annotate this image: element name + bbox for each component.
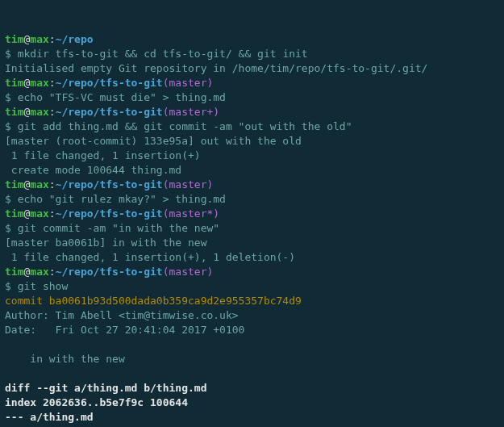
prompt-user: tim (5, 178, 23, 190)
prompt-path: ~/repo/tfs-to-git (56, 178, 163, 190)
diff-index: index 2062636..b5e7f9c 100644 (5, 396, 188, 408)
prompt-symbol: $ (5, 120, 18, 132)
prompt-user: tim (5, 106, 23, 118)
prompt-host: max (30, 266, 48, 278)
diff-header: diff --git a/thing.md b/thing.md (5, 382, 206, 394)
prompt-colon: : (49, 266, 56, 278)
output-text: 1 file changed, 1 insertion(+), 1 deleti… (5, 251, 295, 263)
prompt-path: ~/repo/tfs-to-git (56, 106, 163, 118)
prompt-symbol: $ (5, 48, 18, 60)
prompt-symbol: $ (5, 91, 18, 103)
prompt-branch: (master) (163, 266, 214, 278)
prompt-user: tim (5, 77, 23, 89)
output-text: [master ba0061b] in with the new (5, 237, 206, 249)
prompt-colon: : (49, 77, 56, 89)
diff-minus-file: --- a/thing.md (5, 411, 94, 423)
prompt-symbol: $ (5, 222, 18, 234)
command-text: git show (18, 280, 69, 292)
command-text: git add thing.md && git commit -am "out … (18, 120, 352, 132)
commit-line: commit ba0061b93d500dada0b359ca9d2e95535… (5, 295, 302, 307)
prompt-host: max (30, 33, 48, 45)
prompt-host: max (30, 178, 48, 190)
date-line: Date: Fri Oct 27 20:41:04 2017 +0100 (5, 324, 244, 336)
prompt-path: ~/repo/tfs-to-git (56, 77, 163, 89)
prompt-colon: : (49, 106, 56, 118)
prompt-branch: (master*) (163, 207, 219, 220)
prompt-user: tim (5, 33, 23, 45)
prompt-user: tim (5, 266, 23, 278)
command-text: echo "TFS-VC must die" > thing.md (18, 91, 226, 103)
prompt-path: ~/repo/tfs-to-git (56, 207, 163, 220)
author-line: Author: Tim Abell <tim@timwise.co.uk> (5, 309, 239, 321)
prompt-host: max (30, 207, 48, 220)
prompt-colon: : (49, 33, 56, 45)
blank-line (5, 338, 11, 350)
output-text: Initialised empty Git repository in /hom… (5, 62, 427, 74)
output-text: 1 file changed, 1 insertion(+) (5, 149, 201, 161)
command-text: git commit -am "in with the new" (18, 222, 219, 234)
prompt-colon: : (49, 207, 56, 220)
prompt-host: max (30, 77, 48, 89)
output-text: [master (root-commit) 133e95a] out with … (5, 135, 302, 147)
prompt-colon: : (49, 178, 56, 190)
terminal[interactable]: tim@max:~/repo $ mkdir tfs-to-git && cd … (0, 29, 504, 427)
prompt-branch: (master) (163, 178, 214, 190)
prompt-symbol: $ (5, 280, 18, 292)
blank-line (5, 367, 11, 379)
command-text: echo "git rulez mkay?" > thing.md (18, 193, 226, 205)
prompt-host: max (30, 106, 48, 118)
prompt-symbol: $ (5, 193, 18, 205)
prompt-branch: (master) (163, 77, 214, 89)
prompt-user: tim (5, 207, 23, 220)
commit-message: in with the new (5, 353, 125, 365)
command-text: mkdir tfs-to-git && cd tfs-to-git/ && gi… (18, 48, 308, 60)
output-text: create mode 100644 thing.md (5, 164, 181, 176)
prompt-path: ~/repo/tfs-to-git (56, 266, 163, 278)
prompt-branch: (master+) (163, 106, 219, 118)
prompt-path: ~/repo (56, 33, 94, 45)
